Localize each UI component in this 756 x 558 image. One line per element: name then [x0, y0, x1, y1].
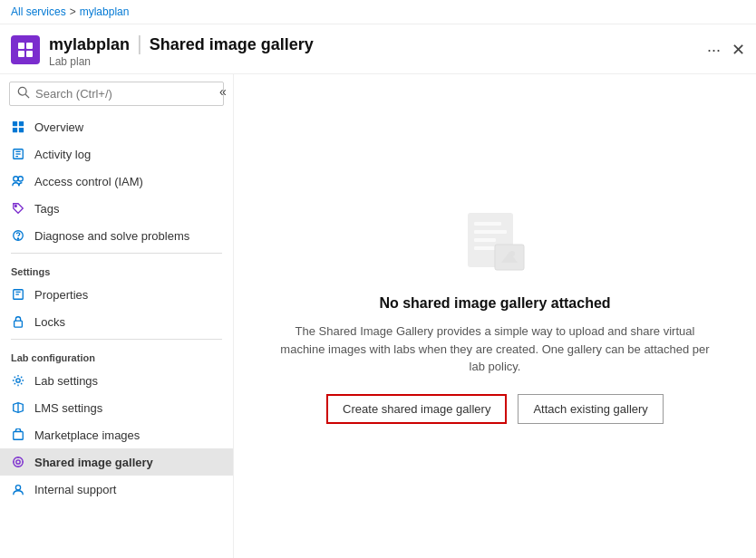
- svg-rect-30: [474, 222, 501, 226]
- sidebar-item-overview[interactable]: Overview: [0, 113, 233, 140]
- sidebar-item-activity-log[interactable]: Activity log: [0, 140, 233, 168]
- sidebar-item-lab-settings[interactable]: Lab settings: [0, 367, 233, 394]
- more-options-button[interactable]: ···: [707, 41, 721, 60]
- diagnose-label: Diagnose and solve problems: [34, 229, 189, 243]
- lab-plan-icon: [11, 35, 40, 64]
- access-control-icon: [11, 174, 25, 188]
- search-input[interactable]: [35, 87, 216, 101]
- svg-rect-7: [19, 121, 24, 126]
- properties-icon: [11, 287, 25, 302]
- sidebar-item-properties[interactable]: Properties: [0, 281, 233, 308]
- lab-settings-icon: [11, 373, 25, 388]
- shared-gallery-icon: [11, 455, 25, 469]
- svg-rect-3: [26, 51, 33, 57]
- sidebar-item-diagnose[interactable]: Diagnose and solve problems: [0, 222, 233, 249]
- breadcrumb: All services > mylabplan: [0, 0, 756, 24]
- sidebar-search-container[interactable]: [9, 82, 224, 106]
- svg-point-18: [17, 238, 18, 239]
- svg-point-28: [15, 486, 20, 490]
- sidebar-item-locks[interactable]: Locks: [0, 308, 233, 335]
- svg-point-27: [16, 460, 20, 464]
- sidebar-item-shared-image-gallery[interactable]: Shared image gallery: [0, 448, 233, 476]
- breadcrumb-current[interactable]: mylabplan: [80, 5, 130, 18]
- page-title: Shared image gallery: [150, 35, 314, 54]
- create-gallery-button[interactable]: Create shared image gallery: [326, 394, 507, 424]
- svg-rect-25: [14, 432, 24, 440]
- sidebar-item-marketplace-images[interactable]: Marketplace images: [0, 421, 233, 448]
- page-header: mylabplan | Shared image gallery Lab pla…: [0, 24, 756, 74]
- lab-config-section-label: Lab configuration: [0, 343, 233, 367]
- svg-point-14: [14, 177, 18, 181]
- svg-rect-31: [474, 230, 507, 234]
- sidebar-item-lms-settings[interactable]: LMS settings: [0, 394, 233, 421]
- locks-icon: [11, 314, 25, 329]
- svg-rect-8: [13, 128, 17, 132]
- action-buttons: Create shared image gallery Attach exist…: [326, 394, 664, 424]
- svg-point-36: [509, 251, 515, 256]
- search-icon: [17, 86, 30, 101]
- lab-config-divider: [11, 339, 222, 340]
- page-header-text: mylabplan | Shared image gallery Lab pla…: [49, 32, 314, 68]
- empty-state-title: No shared image gallery attached: [379, 295, 610, 312]
- sidebar-item-tags[interactable]: Tags: [0, 195, 233, 222]
- content-area: No shared image gallery attached The Sha…: [234, 74, 756, 558]
- tags-icon: [11, 201, 25, 216]
- empty-state: No shared image gallery attached The Sha…: [277, 208, 712, 424]
- svg-point-16: [15, 206, 17, 207]
- collapse-sidebar-button[interactable]: «: [213, 82, 233, 101]
- activity-log-label: Activity log: [34, 148, 91, 161]
- svg-rect-0: [18, 43, 24, 49]
- svg-point-4: [18, 87, 26, 95]
- access-control-label: Access control (IAM): [34, 175, 143, 188]
- marketplace-images-label: Marketplace images: [34, 428, 140, 442]
- internal-support-label: Internal support: [34, 483, 116, 496]
- diagnose-icon: [11, 228, 25, 243]
- svg-point-26: [14, 457, 24, 467]
- resource-name: mylabplan: [49, 35, 130, 54]
- overview-label: Overview: [34, 120, 83, 134]
- shared-gallery-label: Shared image gallery: [34, 456, 153, 469]
- svg-point-23: [16, 379, 20, 382]
- sidebar-item-access-control[interactable]: Access control (IAM): [0, 168, 233, 195]
- lms-settings-icon: [11, 400, 25, 415]
- svg-rect-6: [13, 121, 17, 126]
- internal-support-icon: [11, 482, 25, 496]
- sidebar-item-internal-support[interactable]: Internal support: [0, 476, 233, 503]
- tags-label: Tags: [34, 202, 59, 216]
- svg-rect-1: [26, 43, 33, 49]
- empty-state-description: The Shared Image Gallery provides a simp…: [277, 322, 712, 376]
- header-actions: ··· ✕: [707, 40, 745, 60]
- settings-divider: [11, 253, 222, 254]
- activity-log-icon: [11, 147, 25, 161]
- properties-label: Properties: [34, 288, 88, 302]
- resource-subtitle: Lab plan: [49, 55, 314, 68]
- breadcrumb-separator: >: [70, 5, 76, 18]
- svg-point-15: [18, 177, 23, 181]
- close-button[interactable]: ✕: [732, 40, 745, 60]
- lab-settings-label: Lab settings: [34, 374, 98, 388]
- marketplace-images-icon: [11, 428, 25, 442]
- main-layout: « Overview: [0, 74, 756, 558]
- svg-rect-32: [474, 238, 496, 242]
- sidebar: « Overview: [0, 74, 234, 558]
- overview-icon: [11, 120, 25, 134]
- locks-label: Locks: [34, 315, 65, 329]
- svg-line-5: [25, 94, 29, 98]
- svg-rect-9: [19, 128, 24, 132]
- empty-state-icon: [454, 208, 536, 281]
- attach-gallery-button[interactable]: Attach existing gallery: [518, 394, 663, 424]
- lms-settings-label: LMS settings: [34, 401, 102, 415]
- svg-rect-2: [18, 51, 24, 57]
- header-pipe: |: [137, 32, 142, 55]
- settings-section-label: Settings: [0, 257, 233, 281]
- svg-rect-22: [15, 321, 23, 327]
- breadcrumb-all-services[interactable]: All services: [11, 5, 66, 18]
